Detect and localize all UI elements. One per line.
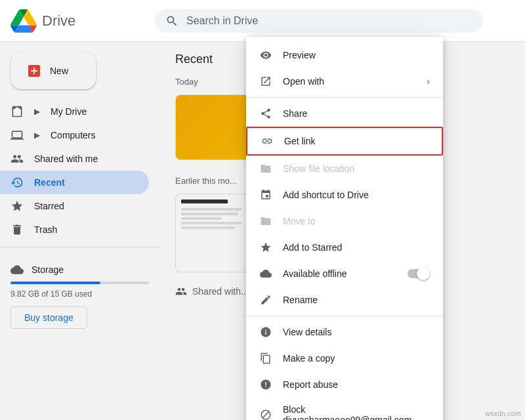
header: Drive Search in Drive: [0, 0, 525, 42]
link-icon: [261, 135, 274, 148]
search-bar[interactable]: Search in Drive: [155, 9, 483, 33]
menu-divider: [246, 316, 443, 316]
chevron-right-icon: ›: [427, 76, 430, 87]
rename-icon: [259, 293, 272, 306]
menu-item-move-to: Move to: [246, 208, 443, 234]
logo-area: Drive: [10, 8, 155, 34]
shortcut-icon: [259, 188, 272, 201]
menu-item-preview[interactable]: Preview: [246, 42, 443, 68]
menu-item-make-copy[interactable]: Make a copy: [246, 345, 443, 371]
menu-item-share[interactable]: Share: [246, 100, 443, 127]
logo-text: Drive: [42, 12, 75, 30]
menu-item-view-details[interactable]: View details: [246, 319, 443, 345]
report-icon: [259, 378, 272, 391]
menu-item-label: Show file location: [283, 163, 354, 174]
open-with-icon: [259, 75, 272, 88]
menu-item-label: Available offline: [283, 268, 347, 279]
menu-item-open-with[interactable]: Open with ›: [246, 68, 443, 94]
info-icon: [259, 326, 272, 339]
menu-item-label: Move to: [283, 216, 316, 226]
menu-item-show-location: Show file location: [246, 156, 443, 182]
google-drive-logo: [10, 8, 37, 34]
toggle-thumb: [417, 267, 430, 280]
menu-item-block[interactable]: Block divyasharmaeee09@gmail.com: [246, 398, 443, 420]
menu-item-label: Add shortcut to Drive: [283, 190, 369, 200]
menu-item-add-starred[interactable]: Add to Starred: [246, 234, 443, 261]
context-menu: Preview Open with › Share Get link Show …: [246, 37, 443, 420]
menu-item-add-shortcut[interactable]: Add shortcut to Drive: [246, 182, 443, 208]
menu-item-available-offline[interactable]: Available offline: [246, 261, 443, 287]
search-placeholder: Search in Drive: [186, 15, 258, 27]
menu-item-label: Add to Starred: [283, 242, 342, 253]
preview-icon: [259, 49, 272, 62]
offline-toggle[interactable]: [408, 269, 430, 278]
search-icon: [165, 14, 178, 28]
menu-item-get-link[interactable]: Get link: [246, 127, 443, 156]
menu-item-rename[interactable]: Rename: [246, 287, 443, 313]
menu-item-report-abuse[interactable]: Report abuse: [246, 371, 443, 398]
copy-icon: [259, 352, 272, 365]
menu-item-label: Open with: [283, 76, 324, 87]
menu-item-label: Report abuse: [283, 379, 338, 390]
menu-item-label: Block divyasharmaeee09@gmail.com: [283, 404, 430, 420]
star-icon: [259, 241, 272, 254]
menu-item-label: Make a copy: [283, 353, 335, 364]
menu-divider: [246, 97, 443, 98]
folder-icon: [259, 162, 272, 175]
block-icon: [259, 408, 272, 420]
share-icon: [259, 107, 272, 120]
move-icon: [259, 215, 272, 228]
menu-item-label: Rename: [283, 295, 318, 305]
menu-item-label: Preview: [283, 50, 316, 60]
watermark: wsxdn.com: [485, 410, 521, 417]
offline-icon: [259, 267, 272, 280]
menu-item-label: View details: [283, 327, 331, 337]
menu-item-label: Share: [283, 108, 307, 119]
menu-item-label: Get link: [284, 136, 315, 146]
